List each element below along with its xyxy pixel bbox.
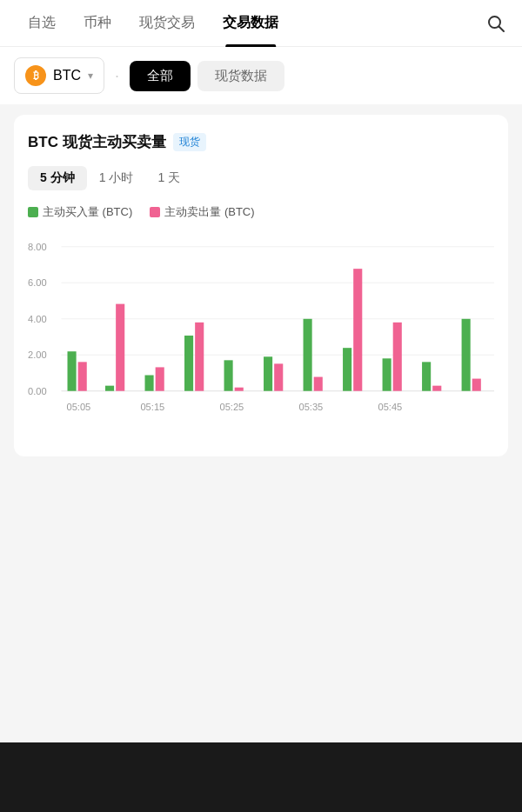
y-label-0: 0.00 bbox=[28, 386, 47, 396]
time-tab-1day[interactable]: 1 天 bbox=[145, 166, 192, 190]
bar-sell-8 bbox=[393, 323, 402, 391]
legend-buy: 主动买入量 (BTC) bbox=[28, 204, 132, 220]
chart-area: 8.00 6.00 4.00 2.00 0.00 bbox=[28, 230, 494, 439]
y-label-4: 4.00 bbox=[28, 314, 47, 324]
x-label-0545: 05:45 bbox=[378, 402, 403, 412]
divider: · bbox=[115, 67, 119, 85]
time-tab-1hour[interactable]: 1 小时 bbox=[87, 166, 146, 190]
x-label-0515: 05:15 bbox=[140, 402, 164, 412]
bar-sell-10 bbox=[472, 379, 481, 391]
bar-sell-2 bbox=[156, 367, 164, 390]
bar-sell-4 bbox=[235, 388, 244, 391]
coin-label: BTC bbox=[53, 68, 81, 83]
bar-sell-7 bbox=[353, 269, 362, 391]
bar-buy-5 bbox=[264, 356, 272, 390]
top-navigation: 自选 币种 现货交易 交易数据 bbox=[0, 0, 522, 47]
legend-buy-dot bbox=[28, 207, 38, 217]
chart-title: BTC 现货主动买卖量 bbox=[28, 132, 166, 152]
bar-sell-0 bbox=[78, 362, 87, 390]
bar-buy-3 bbox=[184, 336, 193, 391]
bar-sell-3 bbox=[195, 323, 204, 391]
svg-line-1 bbox=[499, 26, 505, 31]
x-label-0525: 05:25 bbox=[219, 402, 244, 412]
bar-buy-6 bbox=[304, 319, 312, 391]
bar-buy-0 bbox=[68, 351, 77, 391]
bar-sell-6 bbox=[314, 377, 323, 391]
time-tab-5min[interactable]: 5 分钟 bbox=[28, 166, 87, 190]
filter-all-button[interactable]: 全部 bbox=[130, 61, 191, 91]
time-tabs: 5 分钟 1 小时 1 天 bbox=[28, 166, 494, 190]
nav-items: 自选 币种 现货交易 交易数据 bbox=[14, 0, 484, 47]
nav-item-coins[interactable]: 币种 bbox=[70, 0, 125, 47]
bar-buy-9 bbox=[422, 362, 431, 390]
bar-buy-10 bbox=[462, 319, 471, 391]
legend-sell-dot bbox=[150, 207, 160, 217]
chart-card: BTC 现货主动买卖量 现货 5 分钟 1 小时 1 天 主动买入量 (BTC)… bbox=[14, 115, 508, 456]
search-button[interactable] bbox=[484, 11, 508, 36]
btc-icon: ₿ bbox=[25, 65, 46, 86]
search-icon bbox=[486, 14, 505, 33]
filter-bar: ₿ BTC ▾ · 全部 现货数据 bbox=[0, 47, 522, 104]
chevron-down-icon: ▾ bbox=[88, 70, 93, 82]
y-label-2: 2.00 bbox=[28, 349, 47, 360]
legend-sell: 主动卖出量 (BTC) bbox=[150, 204, 254, 220]
bottom-bar bbox=[0, 742, 522, 812]
filter-spot-button[interactable]: 现货数据 bbox=[197, 61, 284, 91]
bar-sell-1 bbox=[116, 304, 124, 391]
coin-selector[interactable]: ₿ BTC ▾ bbox=[14, 57, 104, 94]
bar-sell-5 bbox=[274, 363, 283, 390]
bar-sell-9 bbox=[432, 386, 441, 391]
x-label-0505: 05:05 bbox=[66, 402, 90, 412]
spot-badge: 现货 bbox=[173, 133, 206, 151]
filter-buttons: 全部 现货数据 bbox=[130, 61, 284, 91]
chart-legend: 主动买入量 (BTC) 主动卖出量 (BTC) bbox=[28, 204, 494, 220]
bar-buy-4 bbox=[224, 360, 233, 390]
bar-buy-1 bbox=[105, 386, 114, 391]
nav-item-spot-trade[interactable]: 现货交易 bbox=[125, 0, 209, 47]
x-label-0535: 05:35 bbox=[298, 402, 323, 412]
bar-buy-8 bbox=[383, 358, 392, 390]
y-label-8: 8.00 bbox=[28, 242, 47, 252]
nav-item-trade-data[interactable]: 交易数据 bbox=[209, 0, 292, 47]
chart-title-row: BTC 现货主动买卖量 现货 bbox=[28, 132, 494, 152]
nav-item-watchlist[interactable]: 自选 bbox=[14, 0, 70, 47]
bar-chart: 8.00 6.00 4.00 2.00 0.00 bbox=[28, 230, 494, 439]
y-label-6: 6.00 bbox=[28, 277, 47, 288]
bar-buy-7 bbox=[343, 348, 351, 391]
bar-buy-2 bbox=[145, 376, 154, 391]
